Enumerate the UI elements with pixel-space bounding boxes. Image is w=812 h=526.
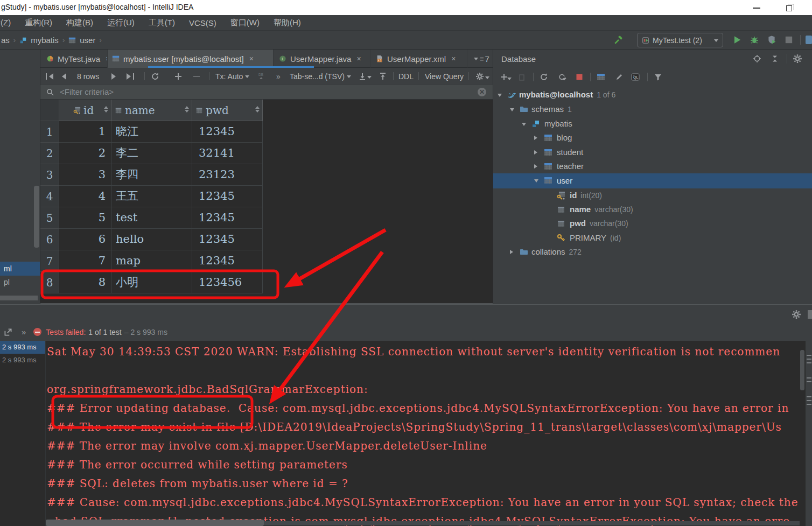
cell-name[interactable]: map [111, 250, 192, 272]
cell-pwd[interactable]: 12345 [192, 229, 263, 250]
breadcrumb-mybatis[interactable]: mybatis [31, 36, 59, 45]
cell-pwd[interactable]: 12345 [192, 121, 263, 143]
clear-filter-icon[interactable]: ✕ [478, 88, 486, 96]
restore-button[interactable] [781, 3, 797, 13]
row-number[interactable]: 2 [40, 143, 59, 164]
column-header-id[interactable]: id [59, 100, 111, 121]
menu-item-refactor[interactable]: 重构(R) [25, 18, 52, 28]
tree-item-schemas[interactable]: schemas1 [493, 102, 812, 117]
hidden-tabs-dropdown[interactable]: ≡ 7 [470, 50, 492, 68]
row-number[interactable]: 5 [40, 207, 59, 229]
grid-settings-button[interactable] [475, 68, 489, 85]
chevron-down-icon[interactable] [498, 94, 502, 97]
gear-icon[interactable] [793, 54, 802, 64]
chevron-right-icon[interactable] [534, 150, 537, 155]
row-number[interactable]: 8 [40, 272, 59, 293]
row-number[interactable]: 3 [40, 164, 59, 186]
menu-item-build[interactable]: 构建(B) [66, 18, 93, 28]
cell-name[interactable]: 王五 [111, 186, 192, 207]
test-node[interactable]: 2 s 993 ms [0, 354, 45, 367]
last-page-button[interactable] [127, 68, 134, 85]
column-header-pwd[interactable]: pwd [192, 100, 263, 121]
cell-name[interactable]: 李二 [111, 143, 192, 164]
cell-name[interactable]: hello [111, 229, 192, 250]
tree-item-user-table-selected[interactable]: user [493, 173, 812, 188]
cell-name[interactable]: test [111, 207, 192, 229]
cell-pwd[interactable]: 12345 [192, 207, 263, 229]
chevron-right-icon[interactable] [534, 164, 537, 169]
sync-datasource-button[interactable] [558, 68, 566, 86]
tree-item-primary-key[interactable]: PRIMARY(id) [493, 231, 812, 246]
stop-button[interactable] [575, 68, 584, 86]
close-icon[interactable]: × [451, 54, 456, 63]
export-data-button[interactable] [358, 68, 372, 85]
view-query-button[interactable]: View Query [425, 68, 464, 85]
minimize-button[interactable] [748, 3, 765, 13]
tree-item-teacher-table[interactable]: teacher [493, 159, 812, 174]
gear-icon[interactable] [792, 310, 801, 319]
cell-id[interactable]: 1 [59, 121, 111, 143]
scroll-to-end-icon[interactable] [807, 377, 811, 378]
filter-button[interactable] [654, 68, 662, 86]
cell-pwd[interactable]: 12345 [192, 186, 263, 207]
chevron-down-icon[interactable] [522, 123, 526, 126]
cell-id[interactable]: 6 [59, 229, 111, 250]
debug-button[interactable] [750, 35, 759, 45]
cell-id[interactable]: 4 [59, 186, 111, 207]
cell-pwd[interactable]: 123456 [192, 272, 263, 293]
scrollbar-thumb[interactable] [800, 350, 804, 390]
run-button[interactable] [732, 35, 742, 45]
row-number[interactable]: 6 [40, 229, 59, 250]
coverage-button[interactable] [767, 35, 776, 45]
close-icon[interactable]: × [356, 54, 361, 63]
close-icon[interactable]: × [249, 54, 254, 63]
menu-item-help[interactable]: 帮助(H) [274, 18, 301, 28]
row-number[interactable]: 7 [40, 250, 59, 272]
clipped-toolbar-icon[interactable] [808, 310, 812, 319]
sort-toggle[interactable] [104, 106, 108, 113]
add-datasource-button[interactable] [500, 68, 512, 86]
tab-usermapper-java[interactable]: UserMapper.java × [275, 50, 370, 68]
chevron-down-icon[interactable] [534, 179, 538, 183]
menu-item-tools[interactable]: 工具(T) [149, 18, 175, 28]
column-header-name[interactable]: name [111, 100, 192, 121]
edit-button[interactable] [615, 68, 624, 86]
tree-item-id-column[interactable]: idint(20) [493, 188, 812, 203]
tree-item-name-column[interactable]: namevarchar(30) [493, 202, 812, 217]
tree-item-blog-table[interactable]: blog [493, 131, 812, 145]
tx-mode-select[interactable]: Tx: Auto [215, 68, 249, 85]
project-item[interactable]: pl [4, 278, 10, 286]
build-hammer-icon[interactable] [614, 35, 624, 45]
table-row[interactable]: 6 6 hello 12345 [40, 229, 263, 250]
export-format-select[interactable]: Tab-se...d (TSV) [290, 68, 351, 85]
ddl-button[interactable]: DDL [398, 68, 414, 85]
cell-name[interactable]: 晓江 [111, 121, 192, 143]
cell-pwd[interactable]: 32141 [192, 143, 263, 164]
cell-id[interactable]: 7 [59, 250, 111, 272]
scrollbar-thumb[interactable] [34, 186, 39, 248]
scrollbar-thumb[interactable] [0, 296, 38, 300]
table-row[interactable]: 3 3 李四 23123 [40, 164, 263, 186]
tree-item-connection[interactable]: mybatis@localhost1 of 6 [493, 88, 812, 102]
sort-toggle[interactable] [255, 106, 260, 113]
cell-id[interactable]: 5 [59, 207, 111, 229]
cell-name[interactable]: 李四 [111, 164, 192, 186]
tree-item-student-table[interactable]: student [493, 145, 812, 160]
tab-mybatis-user[interactable]: mybatis.user [mybatis@localhost] × [108, 50, 274, 68]
cell-pwd[interactable]: 23123 [192, 164, 263, 186]
cell-pwd[interactable]: 12345 [192, 250, 263, 272]
tab-mytest-java[interactable]: MyTest.java × [42, 50, 108, 68]
add-row-button[interactable] [174, 68, 183, 85]
export-icon[interactable] [3, 327, 13, 337]
table-row[interactable]: 2 2 李二 32141 [40, 143, 263, 164]
table-row[interactable]: 5 5 test 12345 [40, 207, 263, 229]
chevron-right-icon[interactable] [534, 136, 537, 140]
locate-icon[interactable] [753, 54, 761, 63]
breadcrumb-schemas[interactable]: as [1, 36, 10, 45]
table-row[interactable]: 4 4 王五 12345 [40, 186, 263, 207]
menu-item-vcs[interactable]: VCS(S) [189, 18, 216, 27]
collapse-all-icon[interactable] [771, 54, 779, 63]
cell-id[interactable]: 3 [59, 164, 111, 186]
cell-name[interactable]: 小明 [111, 272, 192, 293]
import-data-button[interactable] [379, 68, 387, 85]
